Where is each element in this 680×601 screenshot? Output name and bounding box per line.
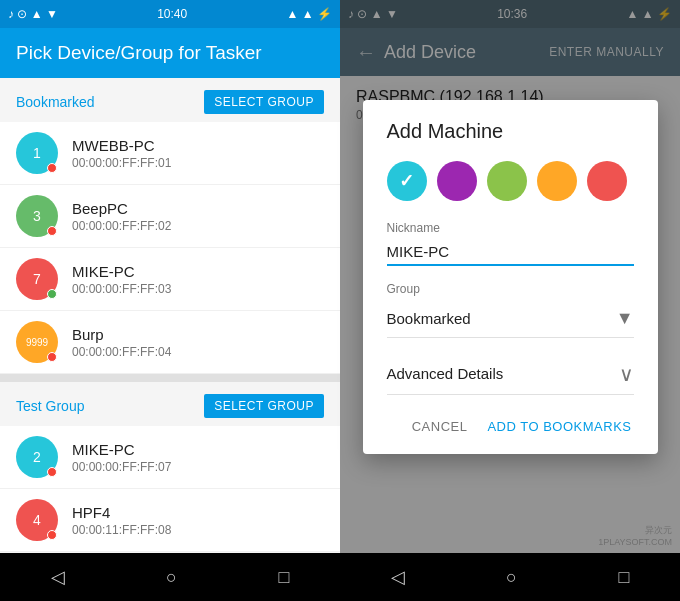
device-name: MIKE-PC — [72, 441, 171, 458]
advanced-label: Advanced Details — [387, 365, 504, 382]
device-name: HPF4 — [72, 504, 171, 521]
group-label: Group — [387, 282, 634, 296]
list-item[interactable]: 3 BeepPC 00:00:00:FF:FF:02 — [0, 185, 340, 248]
back-nav-icon[interactable]: ◁ — [391, 566, 405, 588]
device-mac: 00:00:00:FF:FF:02 — [72, 219, 171, 233]
status-dot — [47, 530, 57, 540]
device-name: MIKE-PC — [72, 263, 171, 280]
status-dot — [47, 352, 57, 362]
testgroup-section-header: Test Group SELECT GROUP — [0, 382, 340, 426]
avatar-label: 2 — [33, 449, 41, 465]
status-dot — [47, 467, 57, 477]
left-status-bar: ♪ ⊙ ▲ ▼ 10:40 ▲ ▲ ⚡ — [0, 0, 340, 28]
group-value: Bookmarked — [387, 310, 471, 327]
device-info: MIKE-PC 00:00:00:FF:FF:07 — [72, 441, 171, 474]
left-header-title: Pick Device/Group for Tasker — [16, 42, 262, 63]
device-mac: 00:00:00:FF:FF:07 — [72, 460, 171, 474]
list-item[interactable]: 2 MIKE-PC 00:00:00:FF:FF:07 — [0, 426, 340, 489]
bookmarked-section-header: Bookmarked SELECT GROUP — [0, 78, 340, 122]
avatar-label: 7 — [33, 271, 41, 287]
right-panel: ♪ ⊙ ▲ ▼ 10:36 ▲ ▲ ⚡ ← Add Device ENTER M… — [340, 0, 680, 601]
status-dot — [47, 289, 57, 299]
list-item[interactable]: 7 MIKE-PC 00:00:00:FF:FF:03 — [0, 248, 340, 311]
recent-nav-icon[interactable]: □ — [618, 567, 629, 588]
add-machine-modal: Add Machine ✓ Nickname Group Bookmarked … — [363, 100, 658, 454]
avatar-label: 9999 — [26, 337, 48, 348]
device-mac: 00:00:00:FF:FF:03 — [72, 282, 171, 296]
group-field: Group Bookmarked ▼ — [387, 282, 634, 338]
left-panel: ♪ ⊙ ▲ ▼ 10:40 ▲ ▲ ⚡ Pick Device/Group fo… — [0, 0, 340, 601]
testgroup-device-list: 2 MIKE-PC 00:00:00:FF:FF:07 4 HPF4 00:00… — [0, 426, 340, 552]
device-mac: 00:00:11:FF:FF:08 — [72, 523, 171, 537]
color-picker: ✓ — [387, 161, 634, 201]
modal-title: Add Machine — [387, 120, 634, 143]
device-info: HPF4 00:00:11:FF:FF:08 — [72, 504, 171, 537]
avatar: 3 — [16, 195, 58, 237]
add-to-bookmarks-button[interactable]: ADD TO BOOKMARKS — [485, 415, 633, 438]
chevron-down-icon: ∨ — [619, 362, 634, 386]
color-option-purple[interactable] — [437, 161, 477, 201]
device-info: BeepPC 00:00:00:FF:FF:02 — [72, 200, 171, 233]
chevron-down-icon: ▼ — [616, 308, 634, 329]
status-dot — [47, 163, 57, 173]
device-info: Burp 00:00:00:FF:FF:04 — [72, 326, 171, 359]
testgroup-select-group-button[interactable]: SELECT GROUP — [204, 394, 324, 418]
device-name: MWEBB-PC — [72, 137, 171, 154]
device-mac: 00:00:00:FF:FF:01 — [72, 156, 171, 170]
nickname-input[interactable] — [387, 239, 634, 266]
avatar: 7 — [16, 258, 58, 300]
group-select[interactable]: Bookmarked ▼ — [387, 300, 634, 338]
modal-overlay: Add Machine ✓ Nickname Group Bookmarked … — [340, 0, 680, 553]
nickname-field: Nickname — [387, 221, 634, 266]
advanced-details-row[interactable]: Advanced Details ∨ — [387, 354, 634, 395]
list-item[interactable]: 9999 Burp 00:00:00:FF:FF:04 — [0, 311, 340, 374]
avatar-label: 1 — [33, 145, 41, 161]
cancel-button[interactable]: CANCEL — [410, 415, 470, 438]
bookmarked-select-group-button[interactable]: SELECT GROUP — [204, 90, 324, 114]
checkmark-icon: ✓ — [399, 170, 414, 192]
bookmarked-device-list: 1 MWEBB-PC 00:00:00:FF:FF:01 3 BeepPC 00… — [0, 122, 340, 374]
avatar: 9999 — [16, 321, 58, 363]
home-nav-icon[interactable]: ○ — [506, 567, 517, 588]
device-mac: 00:00:00:FF:FF:04 — [72, 345, 171, 359]
back-nav-icon[interactable]: ◁ — [51, 566, 65, 588]
section-divider — [0, 374, 340, 382]
left-status-icons: ♪ ⊙ ▲ ▼ — [8, 7, 58, 21]
left-header: Pick Device/Group for Tasker — [0, 28, 340, 78]
avatar: 2 — [16, 436, 58, 478]
device-info: MIKE-PC 00:00:00:FF:FF:03 — [72, 263, 171, 296]
home-nav-icon[interactable]: ○ — [166, 567, 177, 588]
right-nav-bar: ◁ ○ □ — [340, 553, 680, 601]
bookmarked-title: Bookmarked — [16, 94, 95, 110]
color-option-red[interactable] — [587, 161, 627, 201]
avatar-label: 4 — [33, 512, 41, 528]
list-item[interactable]: 4 HPF4 00:00:11:FF:FF:08 — [0, 489, 340, 552]
color-option-green[interactable] — [487, 161, 527, 201]
nickname-label: Nickname — [387, 221, 634, 235]
recent-nav-icon[interactable]: □ — [278, 567, 289, 588]
color-option-cyan[interactable]: ✓ — [387, 161, 427, 201]
avatar: 4 — [16, 499, 58, 541]
testgroup-title: Test Group — [16, 398, 84, 414]
device-name: Burp — [72, 326, 171, 343]
left-battery-icons: ▲ ▲ ⚡ — [287, 7, 332, 21]
left-time: 10:40 — [157, 7, 187, 21]
status-dot — [47, 226, 57, 236]
list-item[interactable]: 1 MWEBB-PC 00:00:00:FF:FF:01 — [0, 122, 340, 185]
device-name: BeepPC — [72, 200, 171, 217]
modal-actions: CANCEL ADD TO BOOKMARKS — [387, 415, 634, 438]
left-content: Bookmarked SELECT GROUP 1 MWEBB-PC 00:00… — [0, 78, 340, 553]
avatar-label: 3 — [33, 208, 41, 224]
avatar: 1 — [16, 132, 58, 174]
color-option-orange[interactable] — [537, 161, 577, 201]
device-info: MWEBB-PC 00:00:00:FF:FF:01 — [72, 137, 171, 170]
left-nav-bar: ◁ ○ □ — [0, 553, 340, 601]
